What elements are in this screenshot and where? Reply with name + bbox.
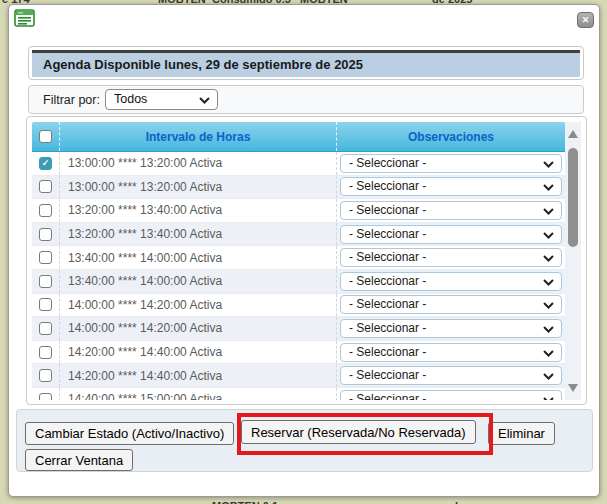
column-header-observaciones: Observaciones [408, 130, 494, 144]
agenda-modal: ✕ Agenda Disponible lunes, 29 de septiem… [8, 4, 600, 497]
table-row: 13:20:00 **** 13:40:00 Activa- Seleccion… [32, 199, 565, 223]
observaciones-select-value: - Seleccionar - [349, 345, 426, 359]
observaciones-select[interactable]: - Seleccionar - [340, 390, 562, 400]
observaciones-select[interactable]: - Seleccionar - [340, 319, 562, 338]
row-checkbox[interactable] [39, 298, 52, 311]
window-icon [14, 9, 36, 28]
row-checkbox[interactable]: ✓ [39, 157, 52, 170]
close-icon[interactable]: ✕ [577, 12, 594, 28]
chevron-down-icon [543, 373, 554, 380]
scrollbar-thumb[interactable] [568, 148, 578, 247]
chevron-down-icon [543, 350, 554, 357]
chevron-down-icon [543, 255, 554, 262]
interval-label: 13:40:00 **** 14:00:00 Activa [59, 246, 336, 269]
vertical-scrollbar[interactable] [565, 122, 581, 400]
observaciones-select-value: - Seleccionar - [349, 250, 426, 264]
filter-select[interactable]: Todos [105, 89, 218, 110]
actions-panel: Cambiar Estado (Activo/Inactivo) Reserva… [16, 409, 593, 472]
background-text-fragment: l [455, 500, 458, 504]
filter-select-value: Todos [114, 92, 147, 106]
page-title: Agenda Disponible lunes, 29 de septiembr… [32, 50, 580, 77]
chevron-down-icon [199, 97, 210, 104]
table-row: 14:00:00 **** 14:20:00 Activa- Seleccion… [32, 317, 565, 341]
title-panel: Agenda Disponible lunes, 29 de septiembr… [28, 46, 584, 80]
chevron-down-icon [543, 161, 554, 168]
interval-label: 13:20:00 **** 13:40:00 Activa [59, 223, 336, 246]
observaciones-select-value: - Seleccionar - [349, 321, 426, 335]
interval-label: 14:20:00 **** 14:40:00 Activa [59, 364, 336, 387]
chevron-down-icon [543, 184, 554, 191]
table-row: 13:40:00 **** 14:00:00 Activa- Seleccion… [32, 270, 565, 294]
observaciones-select[interactable]: - Seleccionar - [340, 295, 562, 314]
chevron-down-icon [543, 232, 554, 239]
page-background: e 174MOBTENConsumido 0.3MOBTENde 2025MOB… [0, 0, 607, 504]
observaciones-select-value: - Seleccionar - [349, 227, 426, 241]
cambiar-estado-button[interactable]: Cambiar Estado (Activo/Inactivo) [25, 422, 234, 445]
table-row: 13:40:00 **** 14:00:00 Activa- Seleccion… [32, 246, 565, 270]
row-checkbox[interactable] [39, 393, 52, 400]
row-checkbox[interactable] [39, 322, 52, 335]
interval-label: 13:00:00 **** 13:20:00 Activa [59, 152, 336, 175]
table-row: ✓13:00:00 **** 13:20:00 Activa- Seleccio… [32, 152, 565, 176]
reservar-button[interactable]: Reservar (Reservada/No Reservada) [241, 420, 476, 444]
row-checkbox[interactable] [39, 251, 52, 264]
observaciones-select-value: - Seleccionar - [349, 179, 426, 193]
select-all-checkbox[interactable] [39, 130, 52, 143]
scroll-up-icon[interactable] [568, 130, 578, 138]
table-row: 14:20:00 **** 14:40:00 Activa- Seleccion… [32, 341, 565, 365]
table-row: 14:40:00 **** 15:00:00 Activa- Seleccion… [32, 388, 565, 400]
table-header: Intervalo de Horas Observaciones [32, 122, 565, 152]
filter-label: Filtrar por: [43, 93, 100, 107]
interval-label: 13:40:00 **** 14:00:00 Activa [59, 270, 336, 293]
observaciones-select[interactable]: - Seleccionar - [340, 366, 562, 385]
observaciones-select[interactable]: - Seleccionar - [340, 177, 562, 196]
eliminar-button[interactable]: Eliminar [488, 422, 555, 445]
observaciones-select[interactable]: - Seleccionar - [340, 343, 562, 362]
scroll-down-icon[interactable] [568, 384, 578, 392]
table-body: ✓13:00:00 **** 13:20:00 Activa- Seleccio… [32, 152, 565, 400]
table-row: 14:20:00 **** 14:40:00 Activa- Seleccion… [32, 364, 565, 388]
observaciones-select[interactable]: - Seleccionar - [340, 225, 562, 244]
chevron-down-icon [543, 208, 554, 215]
observaciones-select[interactable]: - Seleccionar - [340, 154, 562, 173]
interval-label: 14:00:00 **** 14:20:00 Activa [59, 294, 336, 317]
observaciones-select-value: - Seleccionar - [349, 156, 426, 170]
observaciones-select-value: - Seleccionar - [349, 368, 426, 382]
observaciones-select-value: - Seleccionar - [349, 392, 426, 400]
column-header-intervalo: Intervalo de Horas [146, 130, 251, 144]
row-checkbox[interactable] [39, 228, 52, 241]
observaciones-select[interactable]: - Seleccionar - [340, 248, 562, 267]
interval-label: 14:20:00 **** 14:40:00 Activa [59, 341, 336, 364]
chevron-down-icon [543, 397, 554, 400]
table-row: 13:00:00 **** 13:20:00 Activa- Seleccion… [32, 176, 565, 200]
observaciones-select-value: - Seleccionar - [349, 203, 426, 217]
observaciones-select-value: - Seleccionar - [349, 274, 426, 288]
table-row: 14:00:00 **** 14:20:00 Activa- Seleccion… [32, 294, 565, 318]
agenda-table: Intervalo de Horas Observaciones ✓13:00:… [26, 116, 587, 405]
filter-panel: Filtrar por: Todos [28, 85, 584, 114]
interval-label: 14:00:00 **** 14:20:00 Activa [59, 317, 336, 340]
chevron-down-icon [543, 302, 554, 309]
interval-label: 13:00:00 **** 13:20:00 Activa [59, 176, 336, 199]
row-checkbox[interactable] [39, 204, 52, 217]
background-text-fragment: MOBTEN 0.1 [212, 500, 278, 504]
observaciones-select-value: - Seleccionar - [349, 297, 426, 311]
row-checkbox[interactable] [39, 346, 52, 359]
cerrar-ventana-button[interactable]: Cerrar Ventana [25, 449, 133, 471]
table-row: 13:20:00 **** 13:40:00 Activa- Seleccion… [32, 223, 565, 247]
interval-label: 14:40:00 **** 15:00:00 Activa [59, 388, 336, 400]
interval-label: 13:20:00 **** 13:40:00 Activa [59, 199, 336, 222]
observaciones-select[interactable]: - Seleccionar - [340, 201, 562, 220]
chevron-down-icon [543, 326, 554, 333]
row-checkbox[interactable] [39, 180, 52, 193]
row-checkbox[interactable] [39, 369, 52, 382]
observaciones-select[interactable]: - Seleccionar - [340, 272, 562, 291]
row-checkbox[interactable] [39, 275, 52, 288]
chevron-down-icon [543, 279, 554, 286]
